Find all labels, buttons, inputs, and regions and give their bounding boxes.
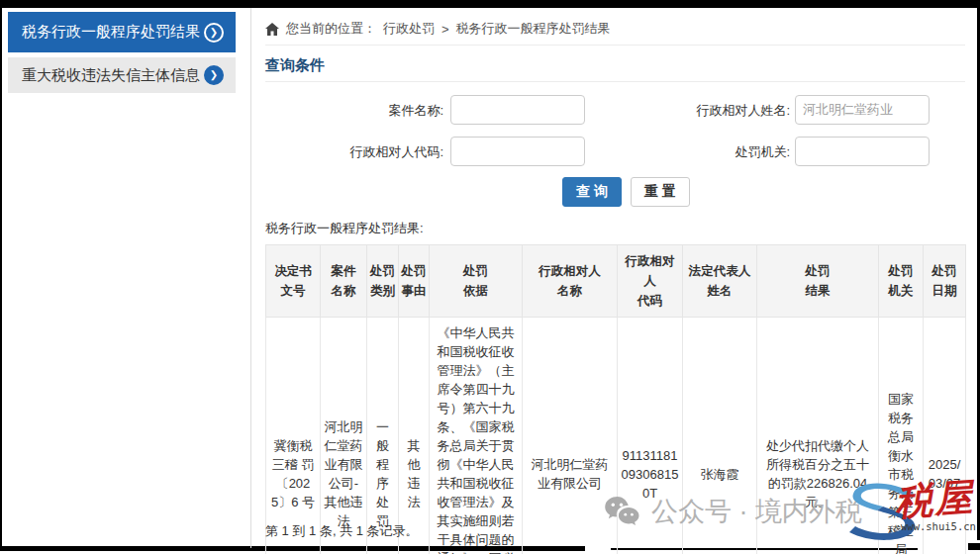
frame-edge-left (0, 0, 2, 551)
header-penalty-date: 处罚 日期 (924, 245, 966, 318)
authority-input[interactable] (795, 137, 930, 166)
sidebar: 税务行政一般程序处罚结果 ❯ 重大税收违法失信主体信息 ❯ (8, 12, 236, 93)
results-section-label: 税务行政一般程序处罚结果: (265, 220, 424, 237)
header-penalty-basis: 处罚 依据 (430, 245, 523, 318)
cell-case-name: 河北明仁堂药业有限公司-其他违法 (321, 318, 367, 554)
header-party-code: 行政相对人 代码 (618, 245, 683, 318)
authority-label: 处罚机关: (592, 143, 790, 161)
breadcrumb-separator: > (441, 22, 449, 37)
record-count-summary: 第 1 到 1 条, 共 1 条记录。 (265, 522, 419, 540)
case-name-input[interactable] (450, 95, 585, 125)
sidebar-item-label: 税务行政一般程序处罚结果 (22, 23, 200, 42)
breadcrumb: 您当前的位置： 行政处罚 > 税务行政一般程序处罚结果 (265, 20, 611, 38)
case-name-label: 案件名称: (265, 102, 443, 120)
breadcrumb-prefix: 您当前的位置： (286, 20, 376, 38)
header-penalty-category: 处罚 类别 (367, 245, 399, 318)
wechat-icon (604, 496, 641, 527)
query-section-title: 查询条件 (265, 56, 325, 75)
sidebar-divider (250, 8, 251, 548)
sidebar-item-major-violation-info[interactable]: 重大税收违法失信主体信息 ❯ (8, 57, 236, 93)
header-decision-number: 决定书 文号 (266, 245, 321, 318)
search-button[interactable]: 查 询 (562, 177, 622, 207)
party-code-label: 行政相对人代码: (265, 143, 443, 161)
header-penalty-authority: 处罚 机关 (879, 245, 924, 318)
party-name-input[interactable] (795, 95, 930, 125)
table-header-row: 决定书 文号 案件 名称 处罚 类别 处罚 事由 处罚 依据 行政相对人 名称 … (266, 245, 966, 318)
header-party-name: 行政相对人 名称 (523, 245, 618, 318)
sidebar-item-label: 重大税收违法失信主体信息 (22, 66, 200, 85)
watermark: 公众号 · 境内外税 (604, 494, 862, 529)
header-penalty-result: 处罚 结果 (757, 245, 879, 318)
form-buttons: 查 询 重 置 (562, 177, 690, 207)
cell-decision-number: 冀衡税三稽 罚〔2025〕6 号 (266, 318, 321, 554)
shui5-logo-url: www.shui5.cn (901, 520, 976, 532)
cell-penalty-category: 一般程序处罚 (367, 318, 399, 554)
cell-penalty-basis: 《中华人民共和国税收征收管理法》（主席令第四十九号）第六十九条、《国家税务总局关… (430, 318, 523, 554)
frame-edge-bottom-corner (968, 543, 980, 550)
sidebar-item-general-penalty-results[interactable]: 税务行政一般程序处罚结果 ❯ (8, 12, 236, 52)
header-case-name: 案件 名称 (321, 245, 367, 318)
watermark-text: 公众号 · 境内外税 (651, 494, 862, 529)
page: 税务行政一般程序处罚结果 ❯ 重大税收违法失信主体信息 ❯ 您当前的位置： 行政… (0, 0, 980, 554)
chevron-circle-right-icon: ❯ (204, 65, 224, 85)
breadcrumb-current: 税务行政一般程序处罚结果 (456, 20, 611, 38)
header-legal-rep-name: 法定代表人 姓名 (683, 245, 757, 318)
party-name-label: 行政相对人姓名: (592, 102, 790, 120)
cell-penalty-reason: 其他违法 (399, 318, 430, 554)
shui5-logo: 税屋 www.shui5.cn (843, 481, 980, 544)
chevron-circle-right-icon: ❯ (204, 23, 224, 43)
breadcrumb-link-admin-penalty[interactable]: 行政处罚 (383, 20, 435, 38)
reset-button[interactable]: 重 置 (631, 177, 690, 207)
header-penalty-reason: 处罚 事由 (399, 245, 430, 318)
main-content: 您当前的位置： 行政处罚 > 税务行政一般程序处罚结果 查询条件 案件名称: 行… (265, 0, 965, 554)
query-section-divider (265, 81, 965, 82)
party-code-input[interactable] (450, 137, 585, 166)
home-icon (265, 23, 279, 36)
breadcrumb-divider (265, 45, 965, 46)
